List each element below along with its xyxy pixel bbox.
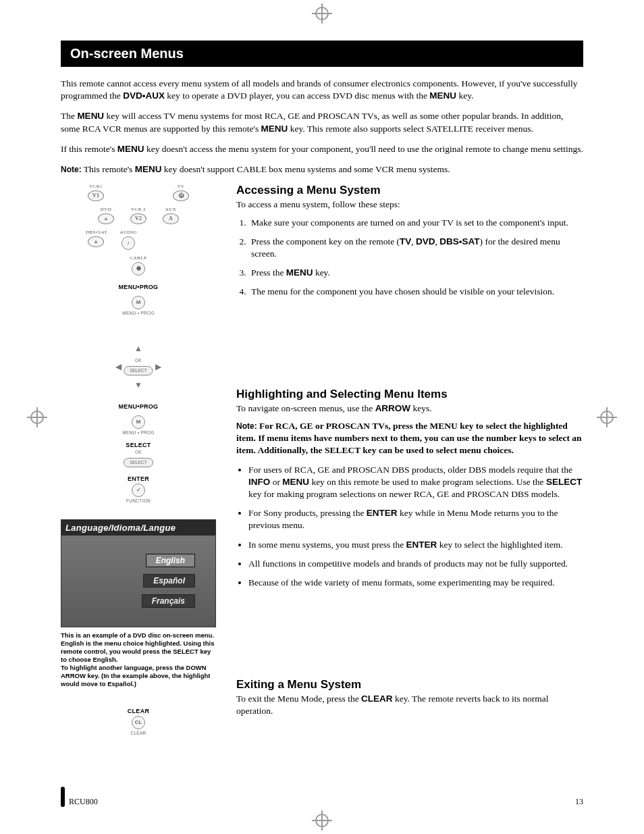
arrow-left-icon: ◀ [115,362,122,371]
right-column: Accessing a Menu System To access a menu… [236,184,583,742]
accessing-section: Accessing a Menu System To access a menu… [236,184,583,298]
step-item: The menu for the component you have chos… [248,286,583,298]
exiting-section: Exiting a Menu System To exit the Menu M… [236,678,583,717]
section-heading: Accessing a Menu System [236,184,583,197]
dvd-menu-caption: This is an example of a DVD disc on-scre… [61,631,216,687]
intro-p3: If this remote's MENU key doesn't access… [61,143,583,155]
bullet-item: In some menu systems, you must press the… [248,539,583,551]
highlighting-section: Highlighting and Selecting Menu Items To… [236,388,583,590]
select-nav-diagram: ▲ ▼ ◀ ▶ OK SELECT [61,346,216,387]
intro-p2: The MENU key will access TV menu systems… [61,110,583,134]
dvd-menu-option: Español [143,574,195,588]
clear-diagram: CLEAR CL CLEAR [61,708,216,735]
cable-key-icon: ⬣ [132,262,145,276]
menu-key-icon: M [132,296,145,309]
step-item: Press the component key on the remote (T… [248,236,583,260]
arrow-right-icon: ▶ [155,362,161,371]
arrow-down-icon: ▼ [134,380,142,390]
remote-component-keys: VCR1V1 TV⏻ DVD▵ VCR 2V2 AUXA DBS•SAT▵ AU… [84,184,192,277]
bullet-item: Because of the wide variety of menu form… [248,577,583,589]
highlight-note: Note: For RCA, GE or PROSCAN TVs, press … [236,420,583,457]
aux-key-icon: A [163,213,179,224]
page-footer: RCU800 13 [61,787,583,807]
section-header: On-screen Menus [61,41,583,67]
left-column: VCR1V1 TV⏻ DVD▵ VCR 2V2 AUXA DBS•SAT▵ AU… [61,184,216,742]
intro-note: Note: This remote's MENU key doesn't sup… [61,163,583,176]
dvd-menu-title: Language/Idioma/Langue [61,520,215,536]
dvd-menu-example: Language/Idioma/Langue English Español F… [61,519,216,627]
section-heading: Exiting a Menu System [236,678,583,692]
clear-key-icon: CL [132,716,145,729]
footer-mark-icon [61,787,65,807]
dvd-menu-option: Français [142,594,195,608]
dvd-menu-option: English [146,554,195,567]
step-item: Make sure your components are turned on … [248,217,583,229]
select-diagram: SELECT OK SELECT [61,442,216,467]
select-key-icon: SELECT [124,366,153,375]
menu-key-icon: M [132,415,145,429]
dbssat-key-icon: ▵ [88,236,104,247]
intro-block: This remote cannot access every menu sys… [61,78,583,176]
audio-key-icon: ♪ [122,236,135,250]
bullet-item: For users of RCA, GE and PROSCAN DBS pro… [248,464,583,501]
intro-p1: This remote cannot access every menu sys… [61,78,583,102]
vcr1-key-icon: V1 [88,190,104,201]
select-key-icon: SELECT [124,458,153,467]
section-heading: Highlighting and Selecting Menu Items [236,388,583,401]
model-number: RCU800 [69,797,98,806]
bullet-item: For Sony products, pressing the ENTER ke… [248,507,583,531]
dvd-key-icon: ▵ [98,213,114,224]
arrow-up-icon: ▲ [134,344,142,353]
menu-prog-diagram-1: MENU•PROG M MENU • PROG [61,284,216,315]
enter-key-icon: ✓ [132,484,145,497]
tv-key-icon: ⏻ [173,190,189,201]
bullet-item: All functions in competitive models and … [248,558,583,570]
step-item: Press the MENU key. [248,267,583,279]
vcr2-key-icon: V2 [130,213,146,224]
page-number: 13 [575,797,583,807]
menu-prog-diagram-2: MENU•PROG M MENU • PROG [61,403,216,435]
enter-diagram: ENTER ✓ FUNCTION [61,475,216,503]
